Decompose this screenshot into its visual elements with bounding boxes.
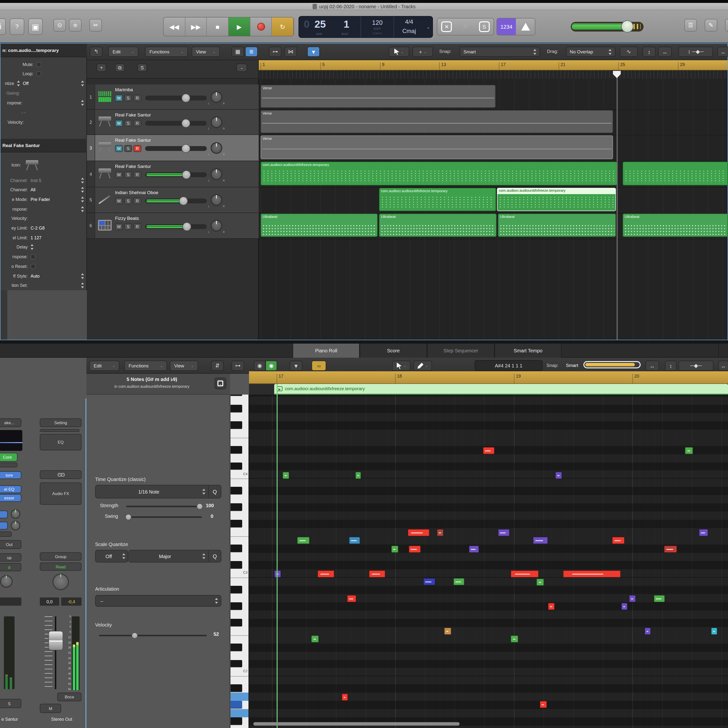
menu-edit[interactable]: Edit⌄ bbox=[108, 47, 138, 57]
inspector-row-10[interactable]: ff Style:Auto bbox=[0, 271, 87, 280]
add-track-button[interactable]: + bbox=[96, 64, 106, 72]
tab-step-sequencer[interactable]: Step Sequencer bbox=[427, 344, 494, 358]
black-key[interactable] bbox=[231, 660, 242, 668]
inspector-row-1[interactable]: Channel:All bbox=[0, 185, 87, 194]
left-volume-value[interactable] bbox=[0, 598, 21, 606]
volume-knob[interactable] bbox=[183, 222, 191, 231]
pr-v-zoom-icon[interactable]: ↕ bbox=[665, 361, 676, 371]
pointer-tool-button[interactable]: ⌄ bbox=[389, 47, 409, 57]
left-strip-empty-slot[interactable] bbox=[0, 462, 17, 467]
black-key[interactable] bbox=[231, 561, 242, 569]
midi-note[interactable] bbox=[699, 529, 708, 536]
left-strip-controls-button[interactable]: Cont bbox=[0, 453, 17, 462]
black-key[interactable] bbox=[231, 701, 242, 709]
midi-note[interactable] bbox=[347, 595, 356, 602]
replace-shield-icon[interactable]: ✕ bbox=[441, 21, 452, 32]
m-button[interactable]: M bbox=[115, 95, 123, 101]
inspector-row-5[interactable]: ey Limit:C-2 G8 bbox=[0, 223, 87, 233]
left-send-1[interactable] bbox=[0, 511, 8, 518]
midi-note[interactable] bbox=[711, 627, 717, 635]
zoom-slider[interactable]: ↕ ─◆─ bbox=[679, 47, 713, 57]
piano-keyboard[interactable]: C4C3C2 bbox=[231, 395, 249, 728]
group-button[interactable]: Group bbox=[40, 552, 81, 561]
black-key[interactable] bbox=[231, 395, 242, 396]
notepad-icon[interactable]: ✎ bbox=[705, 19, 717, 32]
scale-type-dropdown[interactable]: Major Q bbox=[128, 550, 221, 563]
track-layout-icon[interactable]: ≣ bbox=[245, 47, 258, 57]
transpose-row[interactable]: nspose: bbox=[0, 98, 87, 107]
metronome-button[interactable] bbox=[516, 18, 535, 35]
region-ultrabeat[interactable]: Ultrabeat bbox=[498, 214, 616, 237]
stereo-fader[interactable] bbox=[49, 631, 63, 650]
midi-note[interactable] bbox=[685, 447, 693, 454]
volume-slider[interactable] bbox=[145, 146, 207, 151]
master-volume-slider[interactable] bbox=[571, 22, 644, 32]
track-name[interactable]: Real Fake Santur bbox=[115, 112, 151, 118]
midi-note[interactable] bbox=[311, 635, 319, 642]
pr-catch-icon[interactable]: ▼ bbox=[290, 361, 302, 371]
r-button[interactable]: R bbox=[133, 120, 141, 127]
rewind-button[interactable]: ◀◀ bbox=[164, 17, 185, 36]
midi-note[interactable] bbox=[533, 537, 548, 544]
help-icon[interactable]: ? bbox=[10, 18, 24, 35]
track-name[interactable]: Real Fake Santur bbox=[115, 138, 151, 143]
inspector-row-6[interactable]: el Limit:1 127 bbox=[0, 233, 87, 242]
inspector-row-7[interactable]: Delay bbox=[0, 243, 87, 252]
waveform-zoom-icon[interactable]: ∿ bbox=[620, 47, 638, 57]
midi-note[interactable] bbox=[283, 472, 289, 479]
midi-note[interactable] bbox=[621, 603, 627, 610]
track-inspector-header[interactable]: Real Fake Santur bbox=[0, 139, 87, 152]
volume-slider[interactable] bbox=[145, 96, 207, 101]
menu-functions[interactable]: Functions⌄ bbox=[124, 361, 167, 371]
black-key[interactable] bbox=[231, 503, 242, 511]
tuner-icon[interactable]: ⑂ bbox=[460, 21, 471, 32]
midi-note[interactable] bbox=[274, 570, 281, 578]
midi-in-icon[interactable]: ◉ bbox=[254, 361, 266, 371]
region-unnamed[interactable] bbox=[623, 162, 728, 185]
midi-note[interactable] bbox=[612, 537, 625, 544]
track-name[interactable]: Indian Shehnai Oboe bbox=[115, 190, 159, 195]
master-volume-knob[interactable] bbox=[621, 20, 633, 32]
pr-automation-icon[interactable]: ⊶ bbox=[231, 361, 244, 371]
midi-note[interactable] bbox=[654, 595, 665, 602]
snap-dropdown[interactable]: Smart bbox=[460, 47, 540, 57]
left-plugin-ture[interactable]: ture bbox=[0, 471, 21, 479]
black-key[interactable] bbox=[231, 544, 242, 552]
black-key[interactable] bbox=[231, 405, 242, 413]
scissors-icon[interactable]: ✂ bbox=[89, 19, 102, 32]
m-button[interactable]: M bbox=[115, 171, 123, 178]
pr-snap-value[interactable]: Smart bbox=[566, 362, 578, 368]
black-key[interactable] bbox=[231, 421, 242, 429]
m-button[interactable]: M bbox=[115, 120, 123, 127]
midi-note[interactable] bbox=[548, 603, 555, 610]
midi-note[interactable] bbox=[511, 570, 539, 578]
midi-note[interactable] bbox=[469, 546, 479, 553]
midi-note[interactable] bbox=[349, 537, 360, 544]
read-button[interactable]: Read bbox=[40, 563, 81, 571]
pr-h-arrows-icon[interactable]: ↔ bbox=[718, 361, 728, 371]
tab-smart-tempo[interactable]: Smart Tempo bbox=[494, 344, 561, 358]
midi-note[interactable] bbox=[423, 578, 435, 585]
pan-knob[interactable]: LR bbox=[211, 91, 222, 102]
midi-note[interactable] bbox=[629, 595, 636, 602]
stereo-volume-value[interactable]: 0,0 bbox=[40, 598, 59, 606]
region-inspector-header[interactable]: n: com.audio....temporary bbox=[0, 44, 87, 57]
record-button[interactable] bbox=[250, 17, 272, 36]
brightness-icon[interactable]: ⊙ bbox=[54, 19, 66, 32]
secondary-tool-button[interactable]: +⌄ bbox=[413, 47, 433, 57]
s-button[interactable]: S bbox=[124, 95, 132, 101]
track-name[interactable]: Fizzy Beats bbox=[115, 216, 139, 221]
pr-zoom-slider[interactable]: ─◆─ bbox=[679, 361, 713, 371]
stereo-mute-button[interactable]: M bbox=[40, 704, 61, 713]
scale-apply-button[interactable]: Q bbox=[208, 551, 221, 562]
piano-roll-ruler[interactable]: 17181920 bbox=[249, 371, 728, 384]
black-key[interactable] bbox=[231, 487, 242, 495]
track-header-marimba[interactable]: 1MarimbaMSRLR bbox=[87, 84, 259, 110]
piano-roll-grid[interactable] bbox=[249, 395, 728, 728]
audio-fx-button[interactable]: Audio FX bbox=[40, 482, 81, 505]
link-icon[interactable]: ∞ bbox=[312, 361, 326, 371]
h-zoom-slider[interactable]: ↔ bbox=[717, 47, 728, 57]
r-button[interactable]: R bbox=[133, 145, 141, 152]
pan-knob[interactable]: LR bbox=[211, 220, 222, 231]
black-key[interactable] bbox=[231, 685, 242, 692]
